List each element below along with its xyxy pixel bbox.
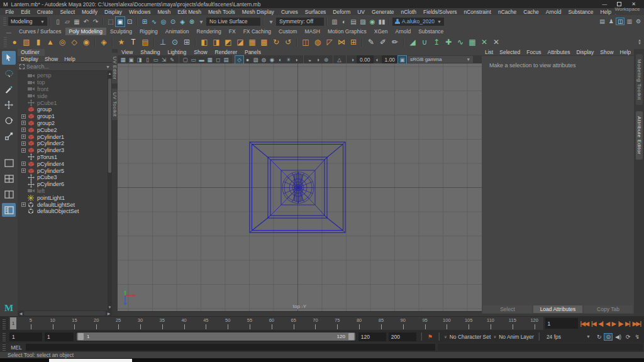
outliner-item-pCube1[interactable]: pCube1 bbox=[18, 99, 112, 106]
outliner-item-pCylinder1[interactable]: +pCylinder1 bbox=[18, 133, 112, 140]
mute-playback-icon[interactable]: ◀) bbox=[614, 334, 623, 340]
dock-tab-modeling-toolkit[interactable]: Modeling Toolkit bbox=[636, 54, 643, 105]
menu-fields-solvers[interactable]: Fields/Solvers bbox=[420, 9, 460, 15]
bridge-icon[interactable]: ∪ bbox=[419, 36, 430, 48]
scroll-right-arrow[interactable]: ▶ bbox=[106, 311, 111, 315]
transfer-attributes-icon[interactable]: ▦ bbox=[467, 36, 478, 48]
scroll-left-arrow[interactable]: ◀ bbox=[18, 311, 23, 315]
anim-layer-select[interactable]: No Anim Layer bbox=[499, 334, 534, 340]
playback-end-field[interactable]: 120 bbox=[358, 332, 386, 341]
search-input[interactable]: Search... bbox=[26, 63, 101, 70]
outliner-item-left[interactable]: left bbox=[18, 188, 112, 195]
center-pivot-icon[interactable]: ⊙ bbox=[169, 36, 180, 48]
expand-icon[interactable]: + bbox=[21, 168, 26, 173]
exposure-icon[interactable]: ◑ bbox=[348, 56, 357, 63]
open-scene-icon[interactable]: ▱ bbox=[63, 17, 72, 26]
channel-box-toggle-icon[interactable]: ◫ bbox=[616, 18, 625, 25]
undo-icon[interactable]: ↶ bbox=[82, 17, 91, 26]
expand-icon[interactable]: + bbox=[21, 134, 26, 139]
poly-cone-icon[interactable]: ▲ bbox=[45, 36, 56, 48]
make-live-icon[interactable]: ⊗ bbox=[187, 17, 196, 26]
smooth-shade-icon[interactable]: ● bbox=[243, 56, 252, 63]
poly-plane-icon[interactable]: ◇ bbox=[69, 36, 80, 48]
menu-arnold[interactable]: Arnold bbox=[542, 9, 565, 15]
menu-selected[interactable]: Selected bbox=[496, 49, 523, 55]
chevron-down-icon[interactable]: ∨ bbox=[493, 334, 496, 339]
dock-tab-attribute-editor[interactable]: Attribute Editor bbox=[636, 111, 643, 160]
menu-view[interactable]: View bbox=[118, 49, 136, 55]
outliner-item-group[interactable]: group bbox=[18, 106, 112, 113]
menu-mesh[interactable]: Mesh bbox=[154, 9, 174, 15]
film-gate-icon[interactable]: ▢ bbox=[181, 56, 189, 63]
use-default-material-icon[interactable]: ◍ bbox=[260, 56, 268, 63]
multi-cut-icon[interactable]: ✎ bbox=[365, 36, 377, 48]
shelf-tab-rendering[interactable]: Rendering bbox=[193, 28, 225, 35]
grip-handle[interactable] bbox=[3, 332, 6, 341]
chevron-down-icon[interactable]: ∨ bbox=[444, 334, 447, 339]
menu-list[interactable]: List bbox=[482, 49, 496, 55]
menu-surfaces[interactable]: Surfaces bbox=[301, 9, 330, 15]
menu-show[interactable]: Show bbox=[42, 56, 61, 62]
menu-ncloth[interactable]: nCloth bbox=[397, 9, 420, 15]
snap-point-icon[interactable]: ◎ bbox=[159, 17, 168, 26]
menu-focus[interactable]: Focus bbox=[523, 49, 544, 55]
wireframe-on-shaded-icon[interactable]: ◉ bbox=[268, 56, 276, 63]
outliner-item-persp[interactable]: persp bbox=[18, 72, 112, 79]
select-button[interactable]: Select bbox=[483, 305, 532, 313]
cached-playback-icon[interactable]: ⟳ bbox=[625, 334, 632, 340]
current-frame-field[interactable]: 1 bbox=[545, 318, 578, 329]
live-surface-arrow-icon[interactable]: ▾ bbox=[197, 17, 206, 26]
move-tool[interactable] bbox=[2, 98, 16, 112]
separate-icon[interactable]: ◨ bbox=[211, 36, 222, 48]
gear-icon[interactable]: ⚙ bbox=[635, 18, 642, 25]
playback-start-field[interactable]: 1 bbox=[45, 332, 74, 341]
copy-tab-button[interactable]: Copy Tab bbox=[584, 305, 633, 313]
menu-lighting[interactable]: Lighting bbox=[164, 49, 190, 55]
paint-select-tool[interactable] bbox=[2, 82, 16, 96]
menu-display[interactable]: Display bbox=[18, 56, 42, 62]
poly-sphere-icon[interactable]: ● bbox=[9, 36, 20, 48]
render-sequence-icon[interactable]: ▤ bbox=[349, 17, 358, 26]
poly-cube-icon[interactable]: ▧ bbox=[21, 36, 32, 48]
step-forward-frame-icon[interactable]: |▶ bbox=[618, 321, 623, 327]
spin-edge-ccw-icon[interactable]: ↺ bbox=[282, 36, 294, 48]
ui-elements-toggle-icon[interactable]: ▤ bbox=[598, 18, 606, 25]
expand-icon[interactable]: + bbox=[21, 114, 26, 119]
snap-view-plane-icon[interactable]: ◈ bbox=[178, 17, 187, 26]
lock-camera-icon[interactable]: ▣ bbox=[127, 56, 135, 63]
render-current-frame-icon[interactable]: ▥ bbox=[330, 17, 339, 26]
load-attributes-button[interactable]: Load Attributes bbox=[533, 305, 582, 313]
menu-set-select[interactable]: Modeling▼ bbox=[8, 17, 47, 26]
grip-handle[interactable] bbox=[3, 318, 6, 329]
occlusion-icon[interactable]: ◒ bbox=[306, 56, 314, 63]
outliner-panel-tab[interactable]: Outliner bbox=[18, 49, 45, 56]
view-transform-icon[interactable]: ▣ bbox=[398, 56, 406, 63]
lights-icon[interactable]: ✳ bbox=[284, 56, 292, 63]
shelf-collapse-button[interactable]: — bbox=[6, 30, 11, 35]
layout-four-pane[interactable] bbox=[2, 172, 16, 185]
bevel-icon[interactable]: ◢ bbox=[407, 36, 418, 48]
outliner-item-pCube2[interactable]: +pCube2 bbox=[18, 126, 112, 133]
menu-mesh-display[interactable]: Mesh Display bbox=[238, 9, 277, 15]
go-to-start-icon[interactable]: |◀◀ bbox=[580, 321, 589, 327]
menu-display[interactable]: Display bbox=[101, 9, 126, 15]
menu-show[interactable]: Show bbox=[190, 49, 211, 55]
outliner-item-pCylinder4[interactable]: +pCylinder4 bbox=[18, 160, 112, 167]
field-chart-icon[interactable]: ▦ bbox=[206, 56, 214, 63]
menu-help[interactable]: Help bbox=[61, 56, 78, 62]
animation-start-field[interactable]: 1 bbox=[9, 332, 42, 341]
grip-handle[interactable] bbox=[4, 37, 7, 47]
menu-display[interactable]: Display bbox=[573, 49, 597, 55]
mirror-icon[interactable]: ◫ bbox=[300, 36, 311, 48]
outliner-item-defaultLightSet[interactable]: +defaultLightSet bbox=[18, 201, 112, 208]
expand-icon[interactable]: + bbox=[21, 128, 26, 132]
shelf-tab-rigging[interactable]: Rigging bbox=[136, 28, 162, 35]
platonic-solid-icon[interactable]: ◈ bbox=[98, 36, 109, 48]
camera-attributes-icon[interactable]: ◨ bbox=[135, 56, 143, 63]
outliner-item-pCube3[interactable]: pCube3 bbox=[18, 174, 112, 181]
layout-single-pane[interactable] bbox=[2, 156, 16, 170]
minimize-button[interactable]: — bbox=[602, 1, 607, 7]
new-scene-icon[interactable]: ▯ bbox=[53, 17, 62, 26]
extrude-icon[interactable]: ↥ bbox=[431, 36, 442, 48]
menu-cache[interactable]: Cache bbox=[520, 9, 543, 15]
